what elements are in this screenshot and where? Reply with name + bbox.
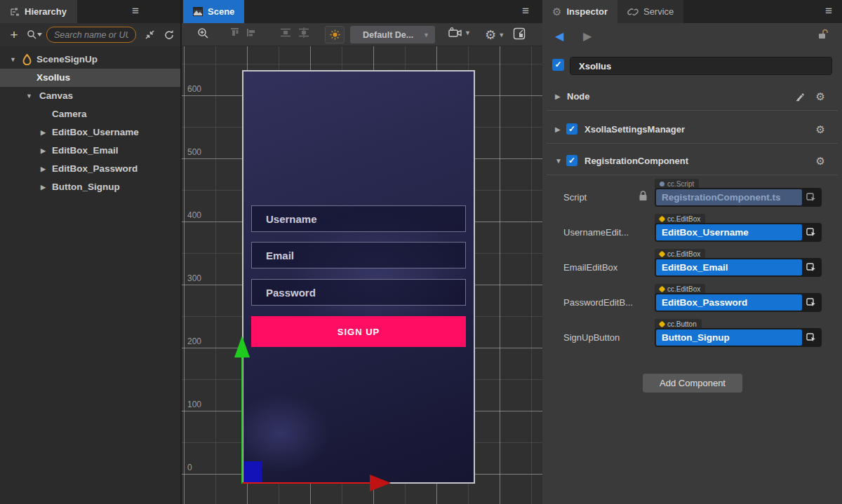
game-canvas[interactable]: Username Email Password SIGN UP [242,70,475,484]
component-xsollasettingsmanager-header[interactable]: ▶ ✓ XsollaSettingsManager ⚙ [542,120,842,139]
node-section-header[interactable]: ▶ Node ⚙ [542,87,842,107]
type-badge: cc.Button [655,319,702,329]
ruler-label: 500 [187,147,211,157]
nav-forward-button[interactable]: ▶ [583,29,592,43]
chevron-right-icon[interactable]: ▶ [41,123,46,142]
y-axis-arrow[interactable] [234,336,250,357]
tree-item-label: EditBox_Email [52,142,119,160]
prefab-book-icon[interactable] [794,91,806,102]
gear-icon[interactable]: ⚙ [816,90,825,103]
scene-tabbar: Scene ≡ [182,0,542,23]
tab-hierarchy[interactable]: Hierarchy [0,0,77,23]
email-placeholder: Email [266,250,294,261]
align-left-icon[interactable] [246,27,257,38]
password-reference-value[interactable]: EditBox_Password [656,294,802,311]
tab-inspector[interactable]: ⚙ Inspector [542,0,617,23]
search-input[interactable] [46,27,136,43]
collapse-all-icon[interactable] [145,29,155,40]
tree-item-camera[interactable]: Camera [0,105,182,123]
chevron-down-icon[interactable]: ▼ [10,50,16,69]
type-dot-icon [659,250,666,257]
x-axis-arrow[interactable] [370,475,391,491]
gear-icon[interactable]: ⚙ [816,155,825,168]
unlock-icon[interactable] [817,29,828,40]
chevron-right-icon[interactable]: ▶ [555,93,561,100]
picker-icon[interactable] [802,294,820,311]
tree-item-canvas[interactable]: ▼ Canvas [0,87,182,105]
search-filter-icon[interactable] [27,29,42,40]
signup-button[interactable]: SIGN UP [251,316,466,347]
nav-back-button[interactable]: ◀ [555,29,563,43]
editor-window: Hierarchy ≡ + ▼ SceneS [0,0,842,504]
refresh-icon[interactable] [163,29,175,40]
chevron-right-icon[interactable]: ▶ [41,142,46,160]
ruler-label: 200 [187,336,211,346]
tree-item-editbox-password[interactable]: ▶ EditBox_Password [0,160,182,178]
type-badge-label: cc.EditBox [667,215,700,223]
camera-view-dropdown[interactable]: ▼ [448,27,471,39]
tree-item-scenesignup[interactable]: ▼ SceneSignUp [0,50,182,69]
tree-item-editbox-username[interactable]: ▶ EditBox_Username [0,123,182,142]
scene-toolbar: Default De... ▼ ▼ ⚙ ▼ [182,23,542,46]
tree-item-label: SceneSignUp [36,50,98,69]
chevron-down-icon: ▼ [498,32,504,39]
inspector-menu-icon[interactable]: ≡ [825,4,832,18]
type-badge: cc.EditBox [655,214,705,224]
create-node-button[interactable]: + [7,27,21,43]
chevron-down-icon[interactable]: ▼ [26,87,32,105]
device-preset-value: Default De... [363,30,413,40]
scene-menu-icon[interactable]: ≡ [522,4,529,18]
tree-item-button-signup[interactable]: ▶ Button_Signup [0,178,182,196]
email-field[interactable]: Email [251,242,466,268]
chevron-right-icon[interactable]: ▶ [41,160,46,178]
username-placeholder: Username [266,213,317,225]
scene-viewport[interactable]: 600 500 400 300 200 100 0 Username Email… [182,46,542,504]
signupbutton-reference-group: Button_Signup [655,328,822,347]
divider [547,143,838,144]
chevron-down-icon: ▼ [423,32,429,39]
hierarchy-panel: Hierarchy ≡ + ▼ SceneS [0,0,182,504]
username-reference-value[interactable]: EditBox_Username [656,224,802,240]
hierarchy-menu-icon[interactable]: ≡ [132,4,139,18]
node-active-checkbox[interactable]: ✓ [552,59,564,71]
picker-icon[interactable] [802,329,820,346]
tree-item-xsollus[interactable]: Xsollus [0,69,182,87]
picker-icon[interactable] [802,224,820,240]
node-name-input[interactable]: Xsollus [570,57,832,75]
chevron-down-icon[interactable]: ▼ [555,157,562,165]
tab-service[interactable]: Service [617,0,683,23]
tree-item-label: EditBox_Password [52,160,138,178]
password-placeholder: Password [266,287,316,299]
divider [547,175,838,175]
type-dot-icon [660,182,664,186]
tree-item-editbox-email[interactable]: ▶ EditBox_Email [0,142,182,160]
inspector-panel: ⚙ Inspector Service ≡ ◀ ▶ ✓ Xsollus ▶ No… [542,0,842,504]
script-reference-value[interactable]: RegistrationComponent.ts [656,189,802,205]
device-preset-dropdown[interactable]: Default De... ▼ [350,26,435,43]
component-registrationcomponent-header[interactable]: ▼ ✓ RegistrationComponent ⚙ [542,151,842,171]
picker-icon[interactable] [802,189,820,205]
lighting-toggle-button[interactable] [325,26,345,43]
component-enabled-checkbox[interactable]: ✓ [566,155,577,166]
align-top-icon[interactable] [229,27,240,38]
chevron-right-icon[interactable]: ▶ [41,178,46,196]
username-reference-group: EditBox_Username [655,223,822,242]
tab-scene[interactable]: Scene [183,0,244,23]
origin-gizmo-square[interactable] [243,461,262,483]
gear-icon[interactable]: ⚙ [816,123,825,136]
add-component-button[interactable]: Add Component [643,374,742,393]
email-reference-value[interactable]: EditBox_Email [656,259,802,275]
chevron-right-icon[interactable]: ▶ [555,125,561,133]
component-enabled-checkbox[interactable]: ✓ [566,123,577,135]
split-view-icon[interactable] [513,27,526,40]
distribute-vertical-icon[interactable] [280,27,291,38]
username-field[interactable]: Username [251,205,466,232]
zoom-icon[interactable] [197,27,209,39]
x-axis-line [242,482,371,484]
distribute-center-icon[interactable] [298,27,309,38]
signupbutton-reference-value[interactable]: Button_Signup [656,329,802,346]
password-field[interactable]: Password [251,279,466,306]
property-label: EmailEditBox [563,262,617,273]
picker-icon[interactable] [802,259,820,275]
scene-settings-dropdown[interactable]: ⚙ ▼ [485,27,504,42]
